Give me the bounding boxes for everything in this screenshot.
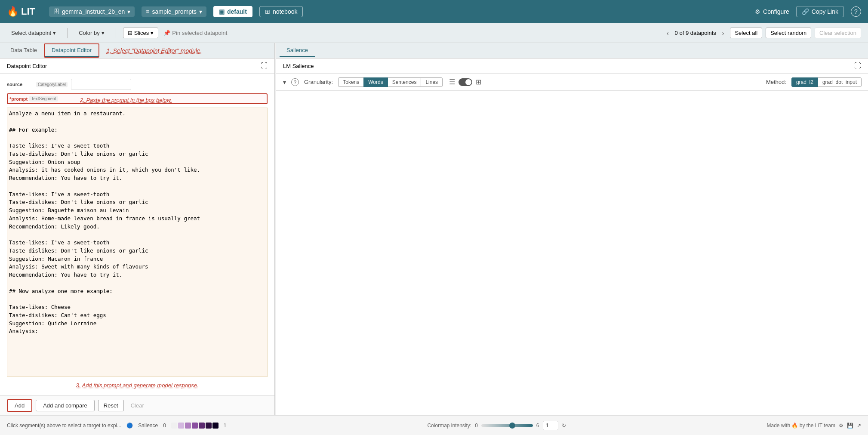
footer-right: Made with 🔥 by the LIT team ⚙ 💾 ↗	[766, 423, 861, 429]
settings-icon[interactable]: ⚙	[839, 423, 843, 429]
add-compare-button[interactable]: Add and compare	[36, 400, 95, 411]
grid-view-icon[interactable]: ⊞	[474, 77, 483, 87]
dropdown-arrow-icon[interactable]: ▾	[283, 79, 286, 86]
app-title: LIT	[21, 6, 35, 17]
dataset-selector[interactable]: ≡ sample_prompts ▾	[142, 6, 206, 17]
configure-button[interactable]: ⚙ Configure	[755, 8, 789, 15]
toolbar-right: ‹ 0 of 9 datapoints › Select all Select …	[664, 28, 861, 38]
method-grad-dot[interactable]: grad_dot_input	[818, 77, 862, 87]
tab-data-table[interactable]: Data Table	[3, 44, 44, 57]
clear-selection-button[interactable]: Clear selection	[815, 28, 861, 38]
notebook-icon: ⊞	[265, 8, 270, 15]
tab-dp-editor-highlight: Datapoint Editor	[44, 43, 99, 58]
toggle-switch[interactable]	[459, 78, 472, 86]
source-type-badge: CategoryLabel	[36, 82, 68, 87]
reset-label: Reset	[104, 402, 118, 409]
configure-label: Configure	[763, 8, 789, 15]
main-content: Data Table Datapoint Editor 1. Select "D…	[0, 43, 868, 415]
source-input[interactable]	[71, 79, 131, 90]
copy-link-label: Copy Link	[812, 8, 838, 15]
add-button[interactable]: Add	[7, 399, 32, 412]
share-icon[interactable]: ↗	[857, 423, 861, 429]
colormap-swatches	[171, 423, 219, 429]
tab-datapoint-editor[interactable]: Datapoint Editor	[45, 44, 98, 57]
select-all-button[interactable]: Select all	[730, 28, 762, 38]
granularity-tokens[interactable]: Tokens	[338, 77, 364, 87]
list-view-icon[interactable]: ☰	[447, 77, 457, 87]
right-panel: Salience LM Salience ⛶ ▾ ? Granularity: …	[276, 43, 868, 415]
question-mark-icon: ?	[854, 8, 858, 15]
toggle-knob	[465, 79, 471, 85]
pin-label: Pin selected datapoint	[172, 30, 227, 36]
help-icon[interactable]: ?	[291, 78, 299, 86]
dataset-name: sample_prompts	[152, 8, 197, 15]
pin-button[interactable]: 📌 Pin selected datapoint	[163, 30, 227, 36]
tab-default[interactable]: ▣ default	[213, 6, 252, 17]
salience-min: 0	[163, 423, 166, 429]
chevron-down-icon: ▾	[102, 30, 105, 36]
lm-header: LM Salience ⛶	[276, 59, 868, 74]
dp-editor-footer: Add Add and compare Reset Clear	[0, 395, 274, 415]
select-all-label: Select all	[735, 30, 757, 36]
tab-data-table-label: Data Table	[10, 47, 37, 53]
slices-label: Slices	[134, 30, 149, 36]
copy-link-button[interactable]: 🔗 Copy Link	[796, 6, 844, 17]
divider	[116, 28, 116, 38]
expand-icon[interactable]: ⛶	[854, 62, 861, 70]
swatch-4	[192, 423, 198, 429]
prompt-label-group: *prompt TextSegment	[9, 96, 61, 102]
bottom-right: Colormap intensity: 0 6 ↻	[427, 421, 566, 430]
colormap-slider[interactable]	[481, 424, 533, 427]
top-nav: 🔥 LIT 🗄 gemma_instruct_2b_en ▾ ≡ sample_…	[0, 0, 868, 23]
intensity-input[interactable]	[543, 421, 558, 430]
refresh-icon[interactable]: ↻	[562, 423, 566, 429]
dp-editor-body: source CategoryLabel *prompt TextSegment…	[0, 74, 274, 395]
granularity-lines[interactable]: Lines	[421, 77, 443, 87]
add-compare-label: Add and compare	[43, 402, 87, 409]
view-icons: ☰ ⊞	[447, 77, 483, 87]
layout-icon: ▣	[219, 8, 225, 15]
select-random-button[interactable]: Select random	[766, 28, 811, 38]
help-button[interactable]: ?	[851, 6, 861, 17]
tab-salience[interactable]: Salience	[280, 44, 315, 57]
granularity-sentences[interactable]: Sentences	[388, 77, 422, 87]
slider-thumb	[509, 423, 515, 429]
link-icon: 🔗	[802, 8, 809, 15]
save-icon[interactable]: 💾	[847, 423, 853, 429]
clear-selection-label: Clear selection	[819, 30, 856, 36]
chevron-down-icon: ▾	[199, 8, 202, 15]
tab-default-label: default	[227, 8, 247, 15]
select-datapoint-label: Select datapoint	[11, 30, 51, 36]
gear-icon: ⚙	[755, 8, 760, 15]
color-by-button[interactable]: Color by ▾	[74, 28, 108, 38]
clear-button: Clear	[127, 400, 148, 411]
dp-editor-header: Datapoint Editor ⛶	[0, 59, 274, 74]
lm-title: LM Salience	[283, 63, 314, 69]
salience-max: 1	[224, 423, 227, 429]
swatch-2	[178, 423, 184, 429]
slices-button[interactable]: ⊞ Slices ▾	[123, 28, 159, 38]
clear-label: Clear	[131, 402, 144, 409]
pin-icon: 📌	[163, 30, 170, 36]
chevron-down-icon: ▾	[127, 8, 130, 15]
select-random-label: Select random	[770, 30, 806, 36]
select-datapoint-button[interactable]: Select datapoint ▾	[7, 28, 60, 38]
tab-notebook[interactable]: ⊞ notebook	[259, 6, 303, 17]
reset-button[interactable]: Reset	[98, 400, 124, 411]
lm-controls: ▾ ? Granularity: Tokens Words Sentences …	[276, 74, 868, 91]
slices-icon: ⊞	[128, 30, 132, 36]
right-tab-bar: Salience	[276, 43, 868, 59]
lm-body	[276, 91, 868, 415]
salience-label: Salience	[138, 423, 158, 429]
prev-datapoint-button[interactable]: ‹	[664, 29, 671, 37]
tab-notebook-label: notebook	[273, 8, 298, 15]
model-selector[interactable]: 🗄 gemma_instruct_2b_en ▾	[49, 6, 135, 17]
granularity-words[interactable]: Words	[363, 77, 388, 87]
expand-icon[interactable]: ⛶	[261, 62, 268, 70]
chevron-down-icon: ▾	[53, 30, 56, 36]
method-grad-l2[interactable]: grad_l2	[791, 77, 818, 87]
swatch-1	[171, 423, 177, 429]
next-datapoint-button[interactable]: ›	[720, 29, 727, 37]
prompt-textarea[interactable]	[7, 108, 268, 377]
instruction-2: 2. Paste the prompt in the box below.	[80, 97, 172, 103]
